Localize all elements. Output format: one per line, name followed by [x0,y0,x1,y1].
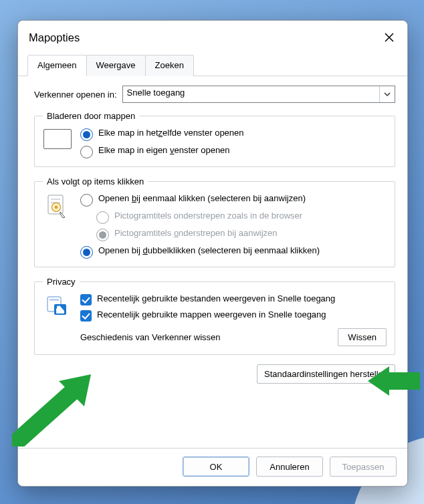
svg-rect-1 [51,199,60,200]
open-explorer-label: Verkenner openen in: [34,90,117,100]
close-icon [385,33,394,42]
pointer-document-icon [46,195,69,219]
radio-double-click-label: Openen bij dubbelklikken (selecteren bij… [98,245,387,256]
radio-icon [80,146,93,158]
browse-folders-legend: Bladeren door mappen [43,111,139,121]
radio-underline-hover-label: Pictogramtitels onderstrepen bij aanwijz… [114,228,387,239]
checkbox-recent-folders-label: Recentelijk gebruikte mappen weergeven i… [97,309,387,320]
checkbox-recent-files-label: Recentelijk gebruikte bestanden weergeve… [97,293,387,304]
svg-point-4 [55,206,58,209]
privacy-legend: Privacy [43,277,80,287]
radio-single-click-label: Openen bij eenmaal klikken (selecteren b… [98,193,387,204]
window-title: Mapopties [29,31,80,44]
svg-rect-6 [49,299,59,301]
radio-underline-hover: Pictogramtitels onderstrepen bij aanwijz… [96,228,387,241]
cancel-button[interactable]: Annuleren [256,457,323,477]
privacy-icon [43,293,72,318]
radio-icon [96,211,109,224]
tab-view[interactable]: Weergave [86,55,146,76]
privacy-group: Privacy Recente [34,277,395,355]
open-explorer-dropdown-button[interactable] [380,86,395,102]
click-items-icon [43,193,72,219]
radio-icon [80,128,93,141]
checkbox-icon [80,310,92,322]
radio-underline-browser-label: Pictogramtitels onderstrepen zoals in de… [114,211,387,221]
click-items-group: Als volgt op items klikken [34,176,395,267]
radio-own-window[interactable]: Elke map in eigen venster openen [80,145,387,158]
folder-options-dialog: Mapopties Algemeen Weergave Zoeken Verke… [17,20,408,487]
desktop-background: Mapopties Algemeen Weergave Zoeken Verke… [0,0,424,504]
ok-button[interactable]: OK [183,457,249,477]
chevron-down-icon [384,91,391,98]
dialog-footer: OK Annuleren Toepassen [18,448,407,486]
apply-button[interactable]: Toepassen [330,457,397,477]
dialog-body: Verkenner openen in: Snelle toegang Blad… [18,76,407,448]
checkbox-recent-files[interactable]: Recentelijk gebruikte bestanden weergeve… [80,293,387,305]
radio-double-click[interactable]: Openen bij dubbelklikken (selecteren bij… [80,245,387,259]
radio-same-window[interactable]: Elke map in hetzelfde venster openen [80,128,387,141]
radio-icon [80,246,93,259]
open-explorer-value: Snelle toegang [123,86,380,102]
close-button[interactable] [379,27,399,47]
clear-history-button[interactable]: Wissen [338,328,387,346]
radio-own-window-label: Elke map in eigen venster openen [98,145,387,156]
recent-items-icon [46,295,69,318]
browse-folders-group: Bladeren door mappen Elke map in hetzelf… [34,111,395,167]
folders-icon [43,129,72,149]
clear-history-label: Geschiedenis van Verkenner wissen [80,332,331,342]
radio-icon [80,194,93,207]
svg-point-8 [57,305,59,307]
restore-defaults-button[interactable]: Standaardinstellingen herstellen [257,364,395,384]
open-explorer-row: Verkenner openen in: Snelle toegang [34,86,395,103]
click-items-legend: Als volgt op items klikken [43,176,148,186]
open-explorer-combo[interactable]: Snelle toegang [122,86,395,103]
tab-search[interactable]: Zoeken [145,55,194,76]
radio-icon [96,229,109,241]
browse-folders-icon [43,128,72,149]
checkbox-recent-folders[interactable]: Recentelijk gebruikte mappen weergeven i… [80,309,387,322]
tab-general[interactable]: Algemeen [27,55,87,76]
tabstrip: Algemeen Weergave Zoeken [18,54,407,76]
checkbox-icon [80,294,92,305]
clear-history-row: Geschiedenis van Verkenner wissen Wissen [80,328,387,346]
radio-same-window-label: Elke map in hetzelfde venster openen [98,128,387,138]
radio-underline-browser: Pictogramtitels onderstrepen zoals in de… [96,211,387,224]
radio-single-click[interactable]: Openen bij eenmaal klikken (selecteren b… [80,193,387,207]
titlebar: Mapopties [18,21,407,51]
